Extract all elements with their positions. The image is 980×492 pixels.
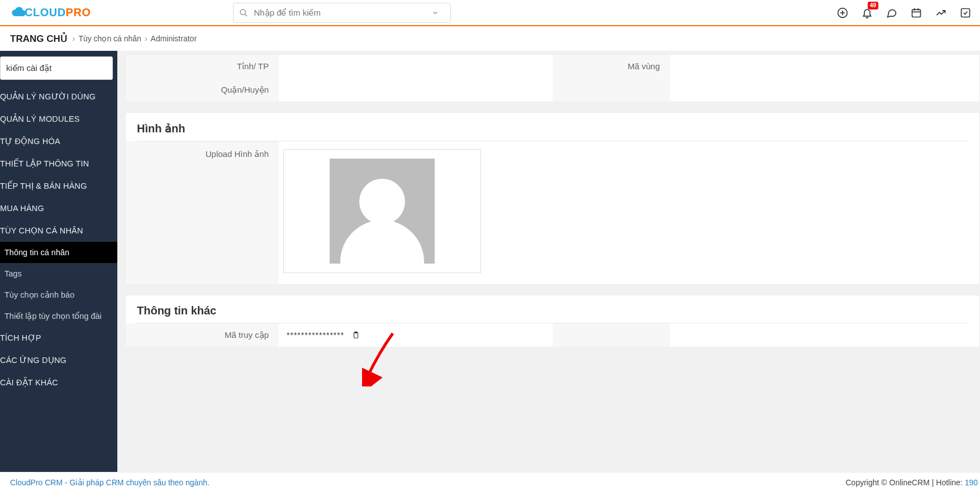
image-section-title: Hình ảnh <box>126 113 979 141</box>
label-tinhtp: Tỉnh/ TP <box>126 55 279 78</box>
value-matruycap: **************** <box>287 331 344 340</box>
breadcrumb-sep: › <box>73 34 75 43</box>
chat-icon[interactable] <box>886 7 898 19</box>
clipboard-icon[interactable] <box>352 331 360 340</box>
footer-left[interactable]: CloudPro CRM - Giải pháp CRM chuyên sâu … <box>10 478 210 487</box>
subitem-profile[interactable]: Thông tin cá nhân <box>0 242 117 263</box>
sidebar-search[interactable] <box>0 56 113 80</box>
search-icon <box>239 8 248 17</box>
address-panel: Tỉnh/ TP Mã vùng Quận/Huyện <box>125 54 980 102</box>
subitem-callcenter[interactable]: Thiết lập tùy chọn tổng đài <box>0 305 117 327</box>
breadcrumb: TRANG CHỦ › Tùy chọn cá nhân › Administr… <box>0 26 980 51</box>
svg-line-1 <box>245 14 247 16</box>
sidebar-search-input[interactable] <box>0 56 113 80</box>
add-icon[interactable] <box>836 7 849 19</box>
sidebar-item-config[interactable]: THIẾT LẬP THÔNG TIN <box>0 152 117 175</box>
other-info-panel: Thông tin khác Mã truy cập *************… <box>125 295 980 347</box>
sidebar-item-purchase[interactable]: MUA HÀNG <box>0 197 117 219</box>
sidebar-item-apps[interactable]: CÁC ỨNG DỤNG <box>0 349 117 371</box>
search-placeholder: Nhập để tìm kiếm <box>254 8 431 18</box>
calendar-icon[interactable] <box>910 7 922 19</box>
logo[interactable]: CLOUDPRO <box>11 4 91 21</box>
notification-badge: 49 <box>868 2 878 9</box>
value-mavung[interactable] <box>670 55 979 78</box>
other-section-title: Thông tin khác <box>126 295 979 323</box>
upload-image-label: Upload Hình ảnh <box>126 141 279 284</box>
sidebar-item-modules[interactable]: QUẢN LÝ MODULES <box>0 108 117 130</box>
value-quanhuyen[interactable] <box>279 78 553 102</box>
label-mavung: Mã vùng <box>553 55 670 78</box>
bell-icon[interactable]: 49 <box>861 7 873 19</box>
subitem-tags[interactable]: Tags <box>0 263 117 284</box>
report-icon[interactable] <box>935 7 947 19</box>
top-header: CLOUDPRO Nhập để tìm kiếm 49 <box>0 0 980 26</box>
sidebar-item-automation[interactable]: TỰ ĐỘNG HÓA <box>0 130 117 152</box>
breadcrumb-home[interactable]: TRANG CHỦ <box>10 33 67 45</box>
svg-rect-9 <box>962 8 970 17</box>
logo-text-2: PRO <box>66 6 91 19</box>
header-icons: 49 <box>836 7 972 19</box>
global-search[interactable]: Nhập để tìm kiếm <box>233 3 451 23</box>
svg-point-0 <box>240 9 245 15</box>
label-quanhuyen: Quận/Huyện <box>126 78 279 102</box>
task-icon[interactable] <box>959 7 972 19</box>
sidebar-item-marketing[interactable]: TIẾP THỊ & BÁN HÀNG <box>0 175 117 197</box>
footer-hotline[interactable]: 190 <box>965 478 978 487</box>
sidebar-item-personal[interactable]: TÙY CHỌN CÁ NHÂN <box>0 219 117 242</box>
label-matruycap: Mã truy cập <box>126 323 279 347</box>
avatar-box[interactable] <box>283 149 481 273</box>
breadcrumb-item-2[interactable]: Administrator <box>151 34 197 43</box>
footer-right: Copyright © OnlineCRM | Hotline: 190 <box>846 478 978 487</box>
sidebar-item-users[interactable]: QUẢN LÝ NGƯỜI DÙNG <box>0 85 117 108</box>
image-panel: Hình ảnh Upload Hình ảnh <box>125 112 980 285</box>
sidebar-item-other[interactable]: CÀI ĐẶT KHÁC <box>0 371 117 394</box>
breadcrumb-sep: › <box>145 34 148 43</box>
avatar-placeholder-icon <box>330 159 435 264</box>
main-content: Tỉnh/ TP Mã vùng Quận/Huyện <box>117 51 980 474</box>
cloud-icon <box>11 4 26 21</box>
sidebar-item-integration[interactable]: TÍCH HỢP <box>0 327 117 349</box>
logo-text-1: CLOUD <box>25 6 66 19</box>
subitem-alerts[interactable]: Tùy chọn cảnh báo <box>0 284 117 305</box>
settings-sidebar: QUẢN LÝ NGƯỜI DÙNG QUẢN LÝ MODULES TỰ ĐỘ… <box>0 51 117 474</box>
label-empty <box>553 78 670 102</box>
value-tinhtp[interactable] <box>279 55 553 78</box>
footer: CloudPro CRM - Giải pháp CRM chuyên sâu … <box>0 472 980 492</box>
breadcrumb-item-1[interactable]: Tùy chọn cá nhân <box>78 34 141 43</box>
chevron-down-icon[interactable] <box>431 9 439 17</box>
label-empty2 <box>553 323 670 347</box>
svg-rect-5 <box>912 9 921 17</box>
